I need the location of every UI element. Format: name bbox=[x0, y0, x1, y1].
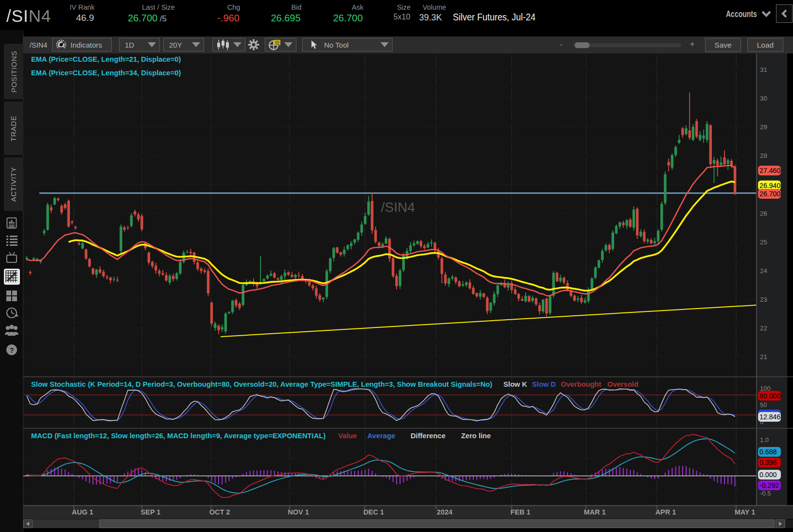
svg-text:DEC 1: DEC 1 bbox=[363, 508, 384, 516]
svg-text:21: 21 bbox=[760, 353, 767, 360]
svg-text:25: 25 bbox=[760, 239, 767, 246]
svg-text:APR 1: APR 1 bbox=[655, 508, 676, 516]
svg-text:0.688: 0.688 bbox=[759, 448, 777, 456]
svg-text:MAY 1: MAY 1 bbox=[735, 508, 756, 516]
svg-text:22: 22 bbox=[760, 325, 767, 332]
svg-text:Slow Stochastic (K Period=14,: Slow Stochastic (K Period=14, D Period=3… bbox=[31, 380, 492, 388]
svg-text:OCT 2: OCT 2 bbox=[209, 508, 230, 516]
svg-text:28: 28 bbox=[760, 152, 767, 159]
svg-text:1.0: 1.0 bbox=[760, 436, 769, 444]
svg-text:23: 23 bbox=[760, 296, 767, 303]
svg-text:27.460: 27.460 bbox=[759, 167, 781, 174]
svg-text:12.846: 12.846 bbox=[759, 413, 781, 421]
svg-text:Slow K: Slow K bbox=[503, 380, 527, 388]
svg-text:-0.5: -0.5 bbox=[760, 490, 771, 497]
svg-text:29: 29 bbox=[760, 123, 767, 131]
svg-text:Oversold: Oversold bbox=[607, 380, 638, 388]
svg-text:Difference: Difference bbox=[411, 432, 446, 440]
svg-text:31: 31 bbox=[760, 66, 767, 73]
svg-text:EMA (Price=CLOSE, Length=21, D: EMA (Price=CLOSE, Length=21, Displace=0) bbox=[31, 55, 181, 63]
svg-text:26.940: 26.940 bbox=[759, 182, 781, 189]
svg-text:MAR 1: MAR 1 bbox=[584, 508, 605, 516]
svg-text:FEB 1: FEB 1 bbox=[510, 508, 530, 516]
svg-text:Average: Average bbox=[367, 432, 395, 440]
svg-text:80.000: 80.000 bbox=[759, 392, 781, 400]
svg-text:26.700: 26.700 bbox=[759, 190, 781, 198]
svg-text:AUG 1: AUG 1 bbox=[72, 508, 93, 516]
svg-text:Value: Value bbox=[338, 432, 357, 440]
svg-text:Zero line: Zero line bbox=[461, 432, 491, 440]
svg-text:0.000: 0.000 bbox=[759, 471, 777, 479]
svg-text:/SIN4: /SIN4 bbox=[381, 200, 415, 215]
svg-text:0.396: 0.396 bbox=[759, 459, 777, 466]
svg-text:NOV 1: NOV 1 bbox=[288, 508, 309, 516]
svg-text:Overbought: Overbought bbox=[561, 380, 601, 388]
svg-text:Slow D: Slow D bbox=[532, 380, 556, 388]
svg-text:30: 30 bbox=[760, 95, 767, 102]
svg-text:24: 24 bbox=[760, 267, 768, 275]
svg-text:?: ? bbox=[9, 346, 14, 354]
svg-text:-0.292: -0.292 bbox=[759, 481, 779, 489]
svg-text:MACD (Fast length=12, Slow len: MACD (Fast length=12, Slow length=26, MA… bbox=[31, 432, 326, 440]
svg-text:SEP 1: SEP 1 bbox=[141, 508, 161, 516]
svg-text:2024: 2024 bbox=[437, 508, 452, 516]
svg-text:26: 26 bbox=[760, 210, 767, 217]
svg-text:50: 50 bbox=[760, 401, 767, 409]
svg-text:EMA (Price=CLOSE, Length=34, D: EMA (Price=CLOSE, Length=34, Displace=0) bbox=[31, 69, 181, 77]
